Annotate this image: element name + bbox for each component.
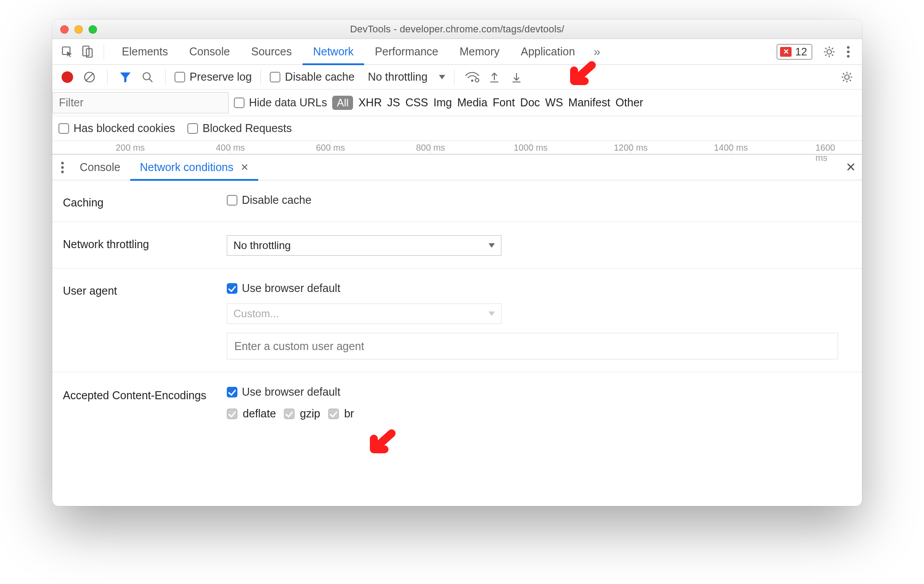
- checkbox-icon: [175, 72, 185, 82]
- chevron-right-icon: »: [594, 45, 601, 58]
- throttling-select[interactable]: No throttling: [368, 70, 445, 83]
- separator: [104, 44, 104, 60]
- minimize-window-button[interactable]: [74, 25, 83, 34]
- nc-row-throttling: Network throttling No throttling: [52, 222, 862, 269]
- row-label: Accepted Content-Encodings: [63, 385, 227, 403]
- export-har-button[interactable]: [508, 68, 525, 86]
- tab-console[interactable]: Console: [179, 39, 241, 65]
- separator: [260, 69, 261, 85]
- filter-type-xhr[interactable]: XHR: [358, 96, 382, 109]
- filter-type-ws[interactable]: WS: [545, 96, 563, 109]
- checkbox-icon: [227, 195, 237, 206]
- tab-memory[interactable]: Memory: [449, 39, 510, 65]
- row-label: Caching: [63, 194, 227, 209]
- funnel-icon: [120, 71, 131, 83]
- filter-type-js[interactable]: JS: [387, 96, 400, 109]
- checkbox-icon: [58, 123, 69, 134]
- tab-label: Performance: [375, 45, 438, 58]
- disable-cache-checkbox[interactable]: Disable cache: [270, 70, 354, 83]
- timeline-overview[interactable]: 200 ms 400 ms 600 ms 800 ms 1000 ms 1200…: [52, 141, 862, 154]
- filter-all-button[interactable]: All: [332, 96, 353, 110]
- filter-type-media[interactable]: Media: [457, 96, 487, 109]
- has-blocked-cookies-checkbox[interactable]: Has blocked cookies: [58, 122, 175, 135]
- svg-point-15: [845, 75, 849, 79]
- nc-useragent-default-checkbox[interactable]: Use browser default: [227, 282, 851, 295]
- tab-application[interactable]: Application: [510, 39, 586, 65]
- kebab-menu-button[interactable]: [841, 43, 856, 61]
- checkbox-icon: [328, 409, 339, 419]
- network-settings-button[interactable]: [838, 68, 856, 86]
- toggle-device-toolbar-icon[interactable]: [79, 43, 97, 61]
- nc-encoding-deflate: deflate: [227, 407, 276, 420]
- checkbox-icon: [227, 283, 237, 294]
- checkbox-label: Has blocked cookies: [74, 122, 175, 135]
- nc-encodings-default-checkbox[interactable]: Use browser default: [227, 385, 851, 398]
- filter-type-img[interactable]: Img: [434, 96, 452, 109]
- nc-throttling-select[interactable]: No throttling: [227, 235, 501, 256]
- zoom-window-button[interactable]: [89, 25, 97, 34]
- checkbox-icon: [234, 97, 245, 108]
- tab-network[interactable]: Network: [303, 39, 365, 65]
- cookies-bar: Has blocked cookies Blocked Requests: [52, 116, 862, 141]
- svg-point-12: [475, 78, 479, 82]
- svg-point-5: [847, 51, 850, 53]
- row-label: Network throttling: [63, 235, 227, 251]
- drawer-tabs: Console Network conditions ✕ ✕: [52, 155, 862, 180]
- close-tab-icon[interactable]: ✕: [241, 162, 248, 173]
- row-label: User agent: [63, 282, 227, 297]
- inspect-element-icon[interactable]: [58, 43, 76, 61]
- throttling-value: No throttling: [368, 70, 427, 83]
- network-conditions-panel: Caching Disable cache Network throttling…: [52, 180, 862, 443]
- tab-label: Network: [313, 45, 354, 58]
- wifi-gear-icon: [465, 71, 480, 83]
- filter-toggle-button[interactable]: [116, 68, 134, 86]
- nc-disable-cache-checkbox[interactable]: Disable cache: [227, 194, 851, 206]
- filter-type-manifest[interactable]: Manifest: [568, 96, 610, 109]
- preserve-log-checkbox[interactable]: Preserve log: [175, 70, 252, 83]
- timeline-tick: 200 ms: [116, 143, 145, 153]
- tab-performance[interactable]: Performance: [364, 39, 449, 65]
- hide-data-urls-checkbox[interactable]: Hide data URLs: [234, 96, 327, 109]
- filter-type-css[interactable]: CSS: [405, 96, 428, 109]
- drawer: Console Network conditions ✕ ✕ Caching D…: [52, 154, 862, 443]
- timeline-tick: 1000 ms: [514, 143, 548, 153]
- record-button[interactable]: [58, 68, 76, 86]
- checkbox-icon: [227, 387, 237, 397]
- timeline-tick: 1200 ms: [614, 143, 648, 153]
- separator: [165, 69, 166, 85]
- drawer-tab-console[interactable]: Console: [70, 155, 130, 180]
- network-conditions-button[interactable]: [463, 68, 481, 86]
- filter-input[interactable]: [52, 92, 229, 113]
- record-icon: [62, 71, 73, 83]
- drawer-kebab-button[interactable]: [55, 159, 70, 176]
- filter-type-font[interactable]: Font: [493, 96, 515, 109]
- timeline-tick: 800 ms: [416, 143, 445, 153]
- tab-label: Application: [521, 45, 575, 58]
- close-window-button[interactable]: [60, 25, 69, 34]
- tab-sources[interactable]: Sources: [241, 39, 303, 65]
- checkbox-label: Preserve log: [190, 70, 252, 83]
- filter-type-other[interactable]: Other: [616, 96, 644, 109]
- nc-row-useragent: User agent Use browser default Custom...: [52, 269, 862, 372]
- window-title: DevTools - developer.chrome.com/tags/dev…: [52, 23, 862, 35]
- devtools-window: DevTools - developer.chrome.com/tags/dev…: [52, 19, 862, 506]
- encoding-label: deflate: [243, 407, 276, 420]
- error-counter[interactable]: ✕ 12: [776, 44, 812, 60]
- network-toolbar: Preserve log Disable cache No throttling: [52, 65, 862, 90]
- blocked-requests-checkbox[interactable]: Blocked Requests: [187, 122, 292, 135]
- import-har-button[interactable]: [485, 68, 503, 86]
- gear-icon: [840, 70, 854, 84]
- settings-button[interactable]: [820, 43, 838, 61]
- chevron-down-icon: [489, 243, 495, 248]
- drawer-tab-network-conditions[interactable]: Network conditions ✕: [130, 155, 258, 180]
- nc-encoding-br: br: [328, 407, 354, 420]
- tab-elements[interactable]: Elements: [111, 39, 179, 65]
- nc-useragent-preset-select: Custom...: [227, 304, 501, 324]
- clear-button[interactable]: [81, 68, 98, 86]
- select-value: No throttling: [233, 239, 291, 252]
- tab-label: Sources: [251, 45, 292, 58]
- kebab-icon: [846, 46, 850, 58]
- filter-type-doc[interactable]: Doc: [520, 96, 540, 109]
- more-tabs-button[interactable]: »: [588, 45, 606, 59]
- search-button[interactable]: [139, 68, 156, 86]
